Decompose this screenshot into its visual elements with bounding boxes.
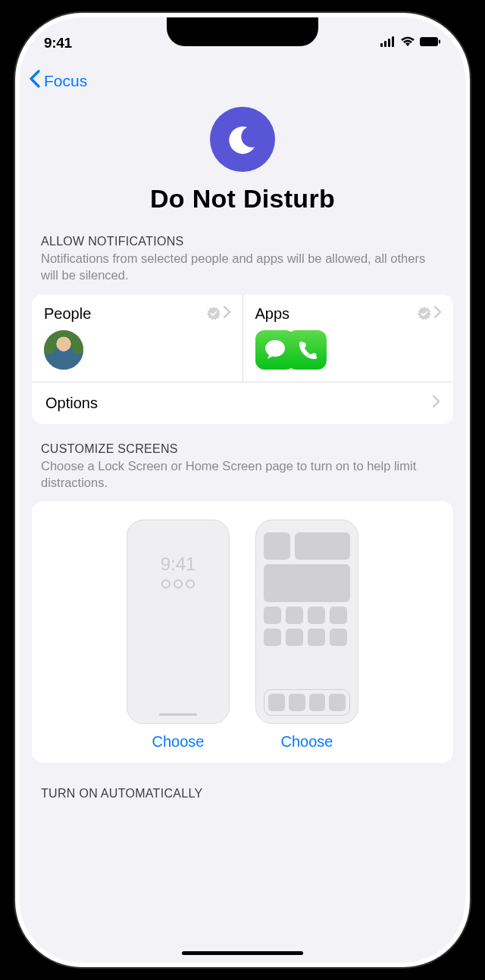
- screens-label: CUSTOMIZE SCREENS: [41, 442, 444, 456]
- chevron-right-icon: [224, 306, 230, 321]
- choose-lock-button[interactable]: Choose: [152, 733, 205, 751]
- allowed-apps: [255, 330, 442, 370]
- messages-app-icon: [255, 330, 295, 370]
- svg-rect-2: [388, 39, 390, 47]
- allow-label: ALLOW NOTIFICATIONS: [41, 235, 444, 248]
- mini-home-indicator: [159, 713, 197, 716]
- lock-screen-preview[interactable]: 9:41: [127, 520, 230, 724]
- options-label: Options: [45, 395, 98, 412]
- home-indicator[interactable]: [182, 951, 303, 955]
- people-label: People: [44, 305, 91, 323]
- allow-section-header: ALLOW NOTIFICATIONS Notifications from s…: [20, 235, 465, 289]
- status-time: 9:41: [44, 35, 72, 51]
- screens-section-header: CUSTOMIZE SCREENS Choose a Lock Screen o…: [20, 442, 465, 496]
- apps-label: Apps: [255, 305, 290, 323]
- mini-time: 9:41: [161, 554, 196, 575]
- svg-rect-1: [384, 41, 386, 47]
- svg-rect-5: [439, 40, 440, 44]
- mini-dock: [264, 689, 350, 716]
- svg-rect-0: [380, 43, 383, 47]
- wifi-icon: [400, 36, 415, 50]
- allow-card: People: [32, 295, 453, 424]
- mini-widgets-row: [161, 579, 195, 588]
- status-indicators: [380, 36, 441, 50]
- chevron-right-icon: [434, 306, 441, 321]
- checkmark-seal-icon: [418, 307, 431, 320]
- choose-home-button[interactable]: Choose: [281, 733, 333, 751]
- svg-point-6: [265, 340, 285, 357]
- screens-card: 9:41 Choose: [32, 501, 453, 763]
- auto-section-label: TURN ON AUTOMATICALLY: [20, 769, 465, 801]
- lock-screen-choice: 9:41 Choose: [127, 520, 230, 751]
- home-screen-preview[interactable]: [255, 520, 358, 724]
- people-apps-row: People: [32, 295, 453, 382]
- moon-icon: [210, 107, 275, 172]
- back-button[interactable]: Focus: [44, 72, 87, 90]
- home-screen-choice: Choose: [255, 520, 358, 751]
- allow-desc: Notifications from selected people and a…: [41, 250, 444, 284]
- back-chevron-icon[interactable]: [29, 69, 41, 93]
- svg-rect-4: [420, 37, 438, 46]
- svg-rect-3: [392, 36, 394, 47]
- people-cell[interactable]: People: [32, 295, 243, 382]
- content-scroll[interactable]: Focus Do Not Disturb ALLOW NOTIFICATIONS…: [20, 17, 465, 963]
- battery-icon: [420, 36, 441, 50]
- contact-avatar: [44, 330, 83, 370]
- screens-desc: Choose a Lock Screen or Home Screen page…: [41, 457, 444, 492]
- apps-cell[interactable]: Apps: [243, 295, 454, 382]
- notch: [167, 17, 318, 46]
- hero-section: Do Not Disturb: [20, 99, 465, 235]
- page-title: Do Not Disturb: [20, 184, 465, 214]
- options-row[interactable]: Options: [32, 382, 453, 424]
- screen: 9:41 Focus: [20, 17, 465, 963]
- nav-bar: Focus: [20, 63, 465, 99]
- chevron-right-icon: [433, 395, 440, 410]
- checkmark-seal-icon: [207, 307, 221, 320]
- cellular-icon: [380, 36, 396, 50]
- phone-frame: 9:41 Focus: [15, 13, 470, 967]
